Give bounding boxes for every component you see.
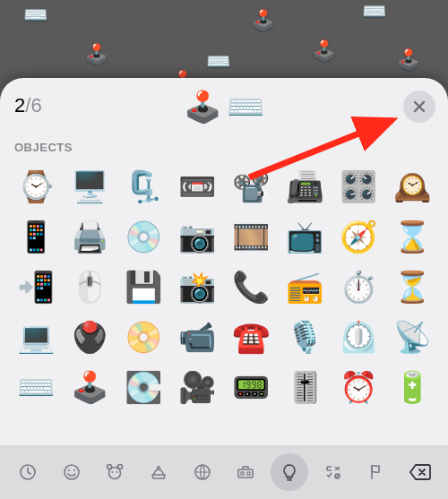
- picker-header: 2/6 🕹️⌨️: [0, 78, 448, 135]
- section-label: OBJECTS: [0, 135, 448, 159]
- emoji-cell[interactable]: 📻: [280, 262, 329, 311]
- category-objects[interactable]: [271, 453, 308, 491]
- emoji-cell[interactable]: 🎙️: [280, 313, 329, 361]
- category-recent[interactable]: [9, 453, 47, 491]
- svg-point-6: [108, 465, 112, 469]
- emoji-cell[interactable]: 🔋: [388, 363, 436, 411]
- emoji-cell[interactable]: 🎛️: [334, 162, 383, 211]
- counter-total: 6: [30, 94, 41, 116]
- backdrop-emoji: ⌨️: [362, 0, 386, 23]
- emoji-cell[interactable]: 📲: [12, 262, 60, 311]
- selected-emoji[interactable]: 🕹️: [184, 91, 221, 122]
- emoji-cell[interactable]: 🧭: [334, 212, 383, 261]
- flags-icon: [366, 462, 386, 482]
- backdrop-emoji: 🕹️: [84, 43, 108, 66]
- emoji-grid: ⌚🖥️🗜️📼📽️📠🎛️🕰️📱🖨️💿📷🎞️📺🧭⌛📲🖱️💾📸📞📻⏱️⏳💻🖲️📀📹☎️…: [0, 159, 448, 416]
- category-travel[interactable]: [227, 453, 264, 491]
- backdrop-emoji: 🕹️: [251, 9, 275, 32]
- emoji-cell[interactable]: ⌚: [12, 162, 60, 211]
- emoji-cell[interactable]: ⏳: [388, 262, 436, 311]
- emoji-cell[interactable]: ⏱️: [334, 262, 383, 311]
- emoji-cell[interactable]: 🕹️: [65, 363, 114, 411]
- emoji-cell[interactable]: 🗜️: [119, 162, 168, 211]
- close-icon: [413, 100, 426, 113]
- emoji-cell[interactable]: 💾: [119, 262, 168, 311]
- activity-icon: [193, 462, 212, 482]
- emoji-cell[interactable]: ⏲️: [334, 313, 383, 361]
- emoji-cell[interactable]: 🎞️: [227, 212, 275, 261]
- emoji-cell[interactable]: 🕰️: [388, 162, 436, 211]
- food-icon: [149, 462, 168, 482]
- selected-emoji-list: 🕹️⌨️: [184, 91, 264, 122]
- travel-icon: [236, 462, 255, 482]
- lockscreen-backdrop: ⌨️🕹️⌨️🕹️⌨️🕹️⌨️🕹️🕹️: [0, 0, 448, 90]
- svg-point-4: [73, 469, 75, 471]
- svg-point-10: [158, 467, 160, 469]
- backdrop-emoji: 🕹️: [396, 48, 420, 72]
- category-activity[interactable]: [184, 453, 221, 491]
- emoji-cell[interactable]: 🖥️: [65, 162, 114, 211]
- emoji-cell[interactable]: 📸: [173, 262, 221, 311]
- backdrop-emoji: ⌨️: [23, 4, 47, 27]
- delete-button[interactable]: [401, 453, 439, 491]
- emoji-cell[interactable]: 📠: [280, 162, 329, 211]
- emoji-cell[interactable]: 💻: [12, 313, 60, 361]
- emoji-cell[interactable]: 🖱️: [65, 262, 114, 311]
- recent-icon: [18, 462, 38, 482]
- category-food[interactable]: [140, 453, 177, 491]
- emoji-picker-panel: 2/6 🕹️⌨️ OBJECTS ⌚🖥️🗜️📼📽️📠🎛️🕰️📱🖨️💿📷🎞️📺🧭⌛…: [0, 78, 448, 499]
- backdrop-emoji: ⌨️: [206, 50, 230, 73]
- emoji-cell[interactable]: 📹: [173, 313, 221, 361]
- emoji-cell[interactable]: 📷: [173, 212, 221, 261]
- svg-point-3: [68, 469, 70, 471]
- emoji-cell[interactable]: 📀: [119, 313, 168, 361]
- category-bar: [0, 445, 448, 499]
- delete-icon: [409, 463, 432, 481]
- emoji-cell[interactable]: 🖲️: [65, 313, 114, 361]
- objects-icon: [280, 462, 299, 482]
- emoji-cell[interactable]: 📞: [227, 262, 275, 311]
- emoji-cell[interactable]: 📡: [388, 313, 436, 361]
- emoji-cell[interactable]: 🎥: [173, 363, 221, 411]
- svg-point-7: [118, 465, 123, 469]
- svg-rect-13: [241, 472, 244, 475]
- emoji-cell[interactable]: 🎚️: [280, 363, 329, 411]
- category-animals[interactable]: [96, 453, 134, 491]
- symbols-icon: [323, 462, 343, 482]
- selection-counter: 2/6: [14, 94, 42, 117]
- svg-point-8: [112, 471, 114, 473]
- svg-rect-14: [247, 472, 250, 475]
- emoji-cell[interactable]: 💿: [119, 212, 168, 261]
- emoji-cell[interactable]: ☎️: [227, 313, 275, 361]
- animals-icon: [105, 462, 125, 482]
- emoji-cell[interactable]: 📼: [173, 162, 221, 211]
- emoji-cell[interactable]: ⌛: [388, 212, 436, 261]
- svg-rect-12: [238, 469, 253, 477]
- backdrop-emoji: 🕹️: [312, 39, 336, 63]
- svg-point-9: [116, 471, 118, 473]
- emoji-cell[interactable]: 🖨️: [65, 212, 114, 261]
- category-smileys[interactable]: [53, 453, 90, 491]
- smileys-icon: [62, 462, 82, 482]
- emoji-cell[interactable]: ⌨️: [12, 363, 60, 411]
- emoji-cell[interactable]: 📱: [12, 212, 60, 261]
- close-button[interactable]: [403, 90, 435, 123]
- emoji-cell[interactable]: ⏰: [334, 363, 383, 411]
- emoji-cell[interactable]: 📺: [280, 212, 329, 261]
- counter-current: 2: [14, 94, 25, 116]
- emoji-cell[interactable]: 💽: [119, 363, 168, 411]
- category-flags[interactable]: [358, 453, 395, 491]
- svg-point-2: [65, 465, 79, 479]
- category-symbols[interactable]: [314, 453, 352, 491]
- emoji-cell[interactable]: 📟: [227, 363, 275, 411]
- emoji-cell[interactable]: 📽️: [227, 162, 275, 211]
- selected-emoji[interactable]: ⌨️: [227, 91, 264, 122]
